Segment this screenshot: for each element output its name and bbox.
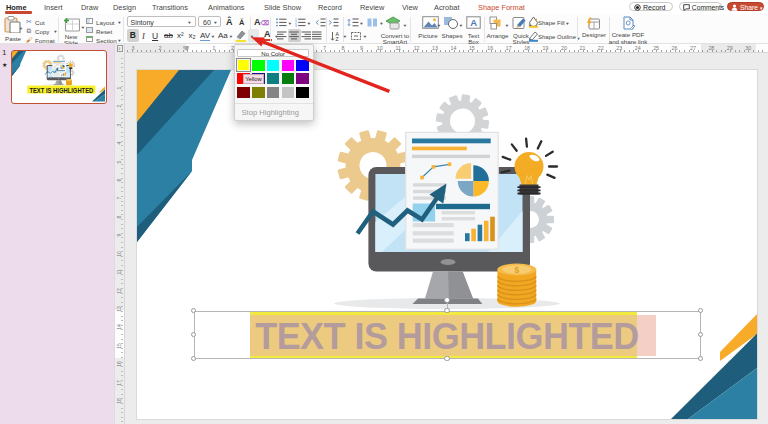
svg-text:$: $ [514, 264, 519, 274]
svg-text:A: A [470, 17, 477, 28]
svg-text:TEXT IS HIGHLIGHTED: TEXT IS HIGHLIGHTED [29, 86, 93, 94]
svg-text:3: 3 [295, 24, 297, 27]
svg-text:Z: Z [336, 36, 339, 41]
